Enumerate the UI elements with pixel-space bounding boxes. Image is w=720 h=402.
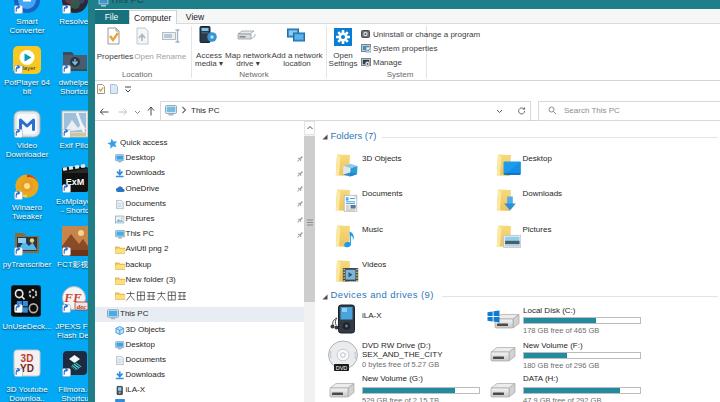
svg-text:DVD: DVD bbox=[336, 365, 348, 371]
svg-text:dec: dec bbox=[77, 303, 87, 311]
